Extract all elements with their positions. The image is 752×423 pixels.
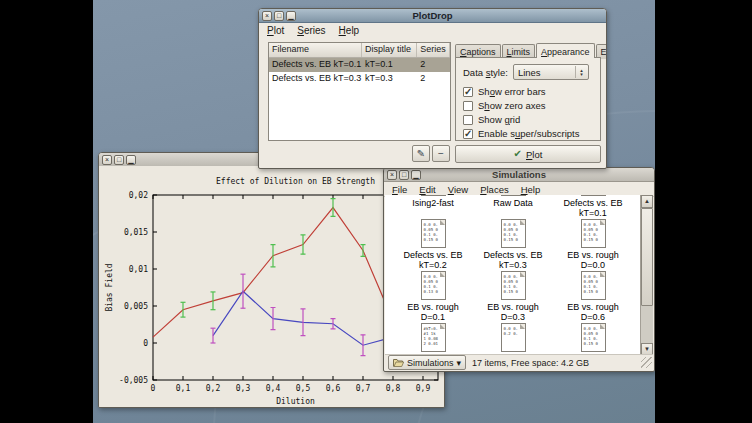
close-icon[interactable]: × — [262, 11, 272, 21]
folded-corner — [520, 220, 525, 225]
file-label: EB vs. roughD=0.3 — [487, 302, 539, 322]
text-file-icon: 0.2 0. 0.3 0. 0.4 0. 0.5 0. — [501, 195, 526, 196]
plot-button-label: Plot — [526, 149, 542, 160]
list-header: Filename Display title Series — [269, 43, 450, 58]
location-label: Simulations — [407, 358, 454, 368]
scroll-up-icon[interactable]: ▲ — [641, 195, 653, 208]
remove-button[interactable]: − — [432, 145, 450, 162]
column-header-series[interactable]: Series — [417, 43, 450, 57]
tab-appearance[interactable]: Appearance — [536, 43, 595, 58]
file-label: Defects vs. EBkT=0.2 — [403, 250, 462, 270]
series-row[interactable]: Defects vs. EB kT=0.3kT=0.32 — [269, 72, 450, 86]
folded-corner — [440, 220, 445, 225]
menu-item-file[interactable]: File — [392, 184, 407, 195]
pd-list-rows: Defects vs. EB kT=0.1kT=0.12Defects vs. … — [269, 58, 450, 86]
folder-icon — [393, 358, 404, 367]
location-button[interactable]: Simulations ▾ — [388, 355, 466, 370]
plotdrop-titlebar[interactable]: × □ ▁ PlotDrop — [259, 9, 606, 23]
svg-text:0,2: 0,2 — [206, 384, 221, 393]
text-file-icon: 0.0 0. 0.1 0. 0.2 0. 0.3 0. — [421, 195, 446, 196]
svg-text:Dilution: Dilution — [276, 397, 315, 406]
svg-text:0,3: 0,3 — [236, 384, 251, 393]
folded-corner — [440, 272, 445, 277]
file-label: Defects vs. EBkT=0.3 — [483, 250, 542, 270]
appearance-panel: Data style: Lines ▴ ▾ Show error bars — [455, 57, 601, 141]
file-item[interactable]: 0.0 0. 0.05 0 0.1 0. 0.15 0Defects vs. E… — [393, 219, 473, 271]
dropdown-arrow-icon: ▾ — [457, 358, 462, 368]
file-item[interactable]: 0.0 0. 0.1 0. 0.2 0. 0.3 0.Ising2-fast — [393, 195, 473, 219]
menu-item-help[interactable]: Help — [521, 184, 541, 195]
cell: Defects vs. EB kT=0.1 — [269, 58, 362, 72]
svg-text:0,9: 0,9 — [416, 384, 431, 393]
edit-button[interactable]: ✎ — [412, 145, 430, 162]
text-file-icon: 0.0 0. 0.05 0 0.1 0. 0.13 0 — [421, 271, 446, 300]
file-item[interactable]: 0.0 0. 0.2 0.XFB vs. rough — [473, 323, 553, 356]
plot-button[interactable]: ✔ Plot — [455, 145, 601, 163]
close-icon[interactable]: × — [102, 155, 112, 165]
simulations-titlebar[interactable]: × □ ▁ Simulations — [384, 168, 654, 182]
simulations-window: × □ ▁ Simulations FileEditViewPlacesHelp… — [383, 167, 655, 372]
cell: kT=0.1 — [362, 58, 417, 72]
cell: Defects vs. EB kT=0.3 — [269, 72, 362, 86]
data-style-row: Data style: Lines ▴ ▾ — [463, 64, 589, 80]
text-file-icon: 0.0 0. 0.05 0 0.1 0. 0.15 0 — [421, 219, 446, 248]
file-item[interactable]: 0.0 0. 0.05 0 0.1 0. 0.15 0EB vs. roughD… — [473, 271, 553, 323]
menu-item-plot[interactable]: Plot — [267, 25, 284, 36]
data-style-combobox[interactable]: Lines ▴ ▾ — [513, 64, 589, 80]
list-actions: ✎ − — [412, 145, 450, 162]
text-file-icon: 0.0 0. 0.05 0 0.1 0. 0.15 0 — [501, 271, 526, 300]
combo-value: Lines — [518, 67, 541, 78]
screen: × □ ▁ 00,10,20,30,40,50,60,70,80,9-0,005… — [0, 0, 752, 423]
menu-item-view[interactable]: View — [448, 184, 468, 195]
checkbox-show-error-bars[interactable]: Show error bars — [463, 86, 546, 97]
file-item[interactable]: 0.0 0. 0.05 0 0.1 0. 0.13 0EB vs. roughD… — [393, 271, 473, 323]
menu-item-places[interactable]: Places — [480, 184, 509, 195]
menu-item-help[interactable]: Help — [339, 25, 360, 36]
file-item[interactable]: 0.0 1. 0.05 0 0.1 0. 0.15 0Defects vs. E… — [553, 195, 633, 219]
file-item[interactable]: #kT=0. #1 1k 1 0.08 2 0.01Layer vs. EB — [393, 323, 473, 356]
combo-down-icon: ▾ — [580, 72, 583, 76]
minimize-icon[interactable]: ▁ — [126, 155, 136, 165]
series-list[interactable]: Filename Display title Series Defects vs… — [268, 42, 451, 141]
combo-arrows-icon[interactable]: ▴ ▾ — [575, 66, 587, 78]
svg-text:0,7: 0,7 — [356, 384, 371, 393]
scrollbar-thumb[interactable] — [641, 208, 653, 306]
checkbox-show-grid[interactable]: Show grid — [463, 114, 520, 125]
file-item[interactable]: 0.0 0. 0.05 0 0.1 0. 0.15 0EB vs. roughD… — [553, 271, 633, 323]
text-file-icon: 0.0 0. 0.05 0 0.1 0. 0.15 0 — [581, 271, 606, 300]
svg-text:0,4: 0,4 — [266, 384, 281, 393]
maximize-icon[interactable]: □ — [114, 155, 124, 165]
series-row[interactable]: Defects vs. EB kT=0.1kT=0.12 — [269, 58, 450, 72]
text-file-icon: 0.0 1. 0.05 0 0.1 0. 0.15 0 — [581, 195, 606, 196]
svg-text:0,01: 0,01 — [129, 265, 148, 274]
text-file-icon: #kT=0. #1 1k 1 0.08 2 0.01 — [421, 323, 446, 352]
maximize-icon[interactable]: □ — [274, 11, 284, 21]
checkbox-show-zero-axes[interactable]: Show zero axes — [463, 100, 546, 111]
file-item[interactable]: 0.0 0. 0.05 0 0.1 0. 0.15 0Defects vs. E… — [473, 219, 553, 271]
menu-item-series[interactable]: Series — [297, 25, 325, 36]
file-view: 0.0 0. 0.1 0. 0.2 0. 0.3 0.Ising2-fast0.… — [385, 195, 640, 356]
column-header-filename[interactable]: Filename — [269, 43, 362, 57]
file-item[interactable]: 0.2 0. 0.3 0. 0.4 0. 0.5 0.Raw Data — [473, 195, 553, 219]
column-header-display-title[interactable]: Display title — [362, 43, 417, 57]
scrollbar[interactable]: ▲ ▼ — [640, 195, 653, 356]
checkbox-enable-super-subscripts[interactable]: Enable super/subscripts — [463, 128, 579, 139]
desktop: × □ ▁ 00,10,20,30,40,50,60,70,80,9-0,005… — [93, 0, 655, 423]
checkbox-label: Enable super/subscripts — [478, 128, 579, 139]
maximize-icon[interactable]: □ — [399, 170, 409, 180]
svg-text:0,1: 0,1 — [176, 384, 191, 393]
resize-grip[interactable] — [641, 357, 652, 368]
file-item[interactable]: 0.0 0. 0.05 0 0.1 0. 0.15 0XFB vs. rough — [553, 323, 633, 356]
menu-item-edit[interactable]: Edit — [419, 184, 435, 195]
checkbox-box — [463, 87, 473, 97]
svg-text:0,5: 0,5 — [296, 384, 311, 393]
plotdrop-window: × □ ▁ PlotDrop PlotSeriesHelp Filename D… — [258, 8, 607, 169]
close-icon[interactable]: × — [387, 170, 397, 180]
file-item[interactable]: 0.0 0. 0.05 0 0.1 0. 0.15 0EB vs. roughD… — [553, 219, 633, 271]
svg-text:0,02: 0,02 — [129, 191, 148, 200]
minimize-icon[interactable]: ▁ — [411, 170, 421, 180]
file-grid: 0.0 0. 0.1 0. 0.2 0. 0.3 0.Ising2-fast0.… — [385, 195, 640, 356]
minimize-icon[interactable]: ▁ — [286, 11, 296, 21]
cell: kT=0.3 — [362, 72, 417, 86]
status-info: 17 items, Free space: 4.2 GB — [472, 358, 589, 368]
